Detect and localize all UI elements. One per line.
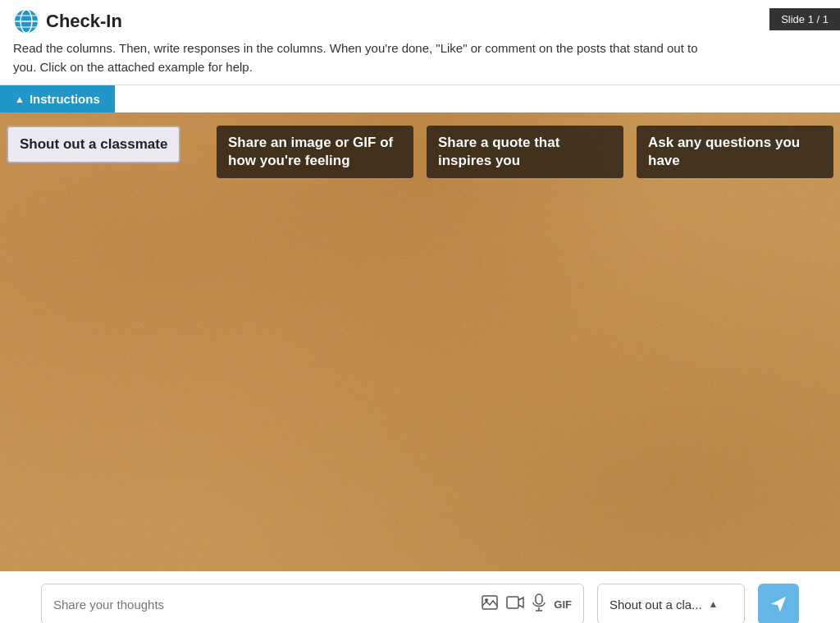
column-headers: Shout out a classmate Share an image or … — [0, 112, 840, 178]
column-selector[interactable]: Shout out a cla... ▲ — [597, 584, 745, 623]
mic-icon[interactable] — [532, 593, 546, 616]
bottom-bar: GIF Shout out a cla... ▲ — [0, 571, 840, 623]
cork-texture — [0, 112, 840, 571]
instructions-button[interactable]: ▲ Instructions — [0, 85, 115, 112]
column-selector-value: Shout out a cla... — [609, 598, 702, 612]
slide-badge: Slide 1 / 1 — [769, 8, 840, 30]
column-header-2: Share a quote that inspires you — [427, 126, 623, 178]
column-header-0: Shout out a classmate — [7, 126, 203, 178]
compose-area: GIF — [41, 584, 584, 623]
app-title: Check-In — [46, 11, 122, 32]
app-logo — [13, 8, 39, 34]
header-description: Read the columns. Then, write responses … — [13, 39, 719, 76]
image-icon[interactable] — [482, 595, 498, 614]
column-header-3: Ask any questions you have — [637, 126, 833, 178]
svg-rect-7 — [507, 597, 518, 608]
header: Check-In Slide 1 / 1 Read the columns. T… — [0, 0, 840, 85]
gif-button[interactable]: GIF — [554, 598, 572, 611]
column-label-3: Ask any questions you have — [637, 126, 833, 178]
send-icon — [769, 595, 788, 613]
compose-icons: GIF — [482, 593, 572, 616]
send-button[interactable] — [758, 584, 799, 623]
corkboard: Shout out a classmate Share an image or … — [0, 112, 840, 571]
dropdown-arrow-icon: ▲ — [709, 598, 719, 610]
video-icon[interactable] — [506, 596, 524, 613]
column-label-0: Shout out a classmate — [7, 126, 180, 163]
column-label-1: Share an image or GIF of how you're feel… — [217, 126, 413, 178]
instructions-label: Instructions — [30, 92, 100, 106]
svg-rect-8 — [536, 594, 542, 604]
chevron-up-icon: ▲ — [15, 94, 25, 105]
column-header-1: Share an image or GIF of how you're feel… — [217, 126, 413, 178]
column-label-2: Share a quote that inspires you — [427, 126, 623, 178]
compose-input[interactable] — [53, 598, 472, 612]
